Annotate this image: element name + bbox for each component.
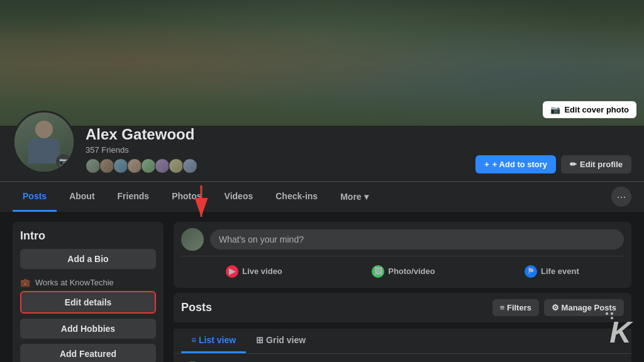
friend-avatar — [155, 158, 170, 173]
camera-icon: 📷 — [550, 105, 560, 114]
post-composer-container: What's on your mind? ▶ Live video 🖼 Phot… — [174, 222, 631, 288]
edit-profile-label: Edit profile — [580, 160, 623, 169]
left-column: Intro Add a Bio 💼 Works at KnowTechie Ed… — [13, 222, 164, 362]
profile-top: 📷 Alex Gatewood 357 Friends + + Add to s… — [13, 126, 631, 181]
posts-title: Posts — [181, 301, 212, 314]
friend-avatar — [141, 158, 156, 173]
edit-cover-button[interactable]: 📷 Edit cover photo — [543, 101, 636, 118]
friend-avatar — [169, 158, 184, 173]
profile-actions: + + Add to story ✏ Edit profile — [475, 155, 631, 173]
profile-info: Alex Gatewood 357 Friends — [86, 126, 465, 173]
friend-avatar — [182, 158, 197, 173]
nav-tabs: Posts About Friends Photos Videos Check-… — [13, 182, 379, 212]
photo-video-icon: 🖼 — [372, 265, 384, 278]
main-content: Intro Add a Bio 💼 Works at KnowTechie Ed… — [0, 212, 644, 362]
nav-overflow-button[interactable]: ··· — [611, 187, 631, 207]
watermark: K — [609, 315, 631, 349]
what-on-mind-input[interactable]: What's on your mind? — [210, 229, 624, 250]
watermark-container: K — [609, 315, 631, 349]
post-composer: What's on your mind? — [181, 228, 624, 251]
add-to-story-button[interactable]: + + Add to story — [475, 155, 556, 173]
photo-video-button[interactable]: 🖼 Photo/video — [364, 261, 442, 282]
friends-avatars — [86, 158, 465, 173]
edit-profile-button[interactable]: ✏ Edit profile — [561, 155, 631, 173]
plus-icon: + — [484, 160, 489, 169]
pencil-icon: ✏ — [570, 160, 577, 169]
friend-avatar — [99, 158, 114, 173]
live-video-icon: ▶ — [226, 265, 238, 278]
profile-name: Alex Gatewood — [86, 126, 465, 144]
edit-details-button[interactable]: Edit details — [20, 291, 156, 314]
tab-friends[interactable]: Friends — [108, 182, 160, 212]
list-view-tab[interactable]: ≡ List view — [181, 329, 246, 353]
intro-title: Intro — [20, 229, 156, 243]
tab-checkins[interactable]: Check-ins — [265, 182, 328, 212]
profile-section: 📷 Alex Gatewood 357 Friends + + Add to s… — [0, 126, 644, 182]
grid-view-tab[interactable]: ⊞ Grid view — [246, 329, 316, 353]
works-at-item: 💼 Works at KnowTechie — [20, 274, 156, 291]
posts-controls: ≡ Filters ⚙ Manage Posts — [492, 299, 624, 316]
friend-avatar — [113, 158, 128, 173]
add-featured-button[interactable]: Add Featured — [20, 344, 156, 362]
right-column: What's on your mind? ▶ Live video 🖼 Phot… — [174, 222, 631, 362]
friend-avatar — [127, 158, 142, 173]
view-tabs: ≡ List view ⊞ Grid view — [174, 329, 631, 354]
briefcase-icon: 💼 — [20, 278, 30, 287]
cover-photo: 📷 Edit cover photo — [0, 0, 644, 126]
tab-more[interactable]: More ▾ — [330, 182, 378, 212]
friends-count: 357 Friends — [86, 145, 465, 155]
life-event-button[interactable]: ⚑ Life event — [517, 261, 587, 282]
intro-box: Intro Add a Bio 💼 Works at KnowTechie Ed… — [13, 222, 164, 362]
tab-about[interactable]: About — [59, 182, 104, 212]
add-hobbies-button[interactable]: Add Hobbies — [20, 319, 156, 339]
live-video-button[interactable]: ▶ Live video — [218, 261, 290, 282]
add-story-label: + Add to story — [492, 160, 547, 169]
avatar[interactable]: 📷 — [13, 111, 75, 173]
add-bio-button[interactable]: Add a Bio — [20, 249, 156, 269]
tab-posts[interactable]: Posts — [13, 182, 57, 212]
edit-cover-label: Edit cover photo — [564, 105, 629, 114]
watermark-letter: K — [609, 315, 631, 349]
posts-header: Posts ≡ Filters ⚙ Manage Posts — [174, 293, 631, 322]
tab-photos[interactable]: Photos — [162, 182, 211, 212]
avatar-camera-icon[interactable]: 📷 — [56, 154, 71, 169]
friend-avatar — [86, 158, 101, 173]
life-event-icon: ⚑ — [525, 265, 537, 278]
post-action-row: ▶ Live video 🖼 Photo/video ⚑ Life event — [181, 256, 624, 282]
tab-videos[interactable]: Videos — [214, 182, 264, 212]
posts-section: Posts ≡ Filters ⚙ Manage Posts ≡ List vi… — [174, 293, 631, 362]
post-card: Alex Gatewood updated his profile pictur… — [174, 354, 631, 362]
composer-avatar — [181, 228, 204, 251]
filters-button[interactable]: ≡ Filters — [492, 299, 539, 316]
profile-nav: Posts About Friends Photos Videos Check-… — [0, 182, 644, 212]
